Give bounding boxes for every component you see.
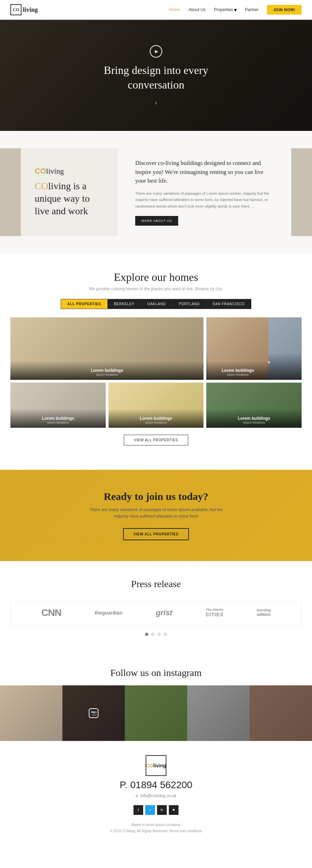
nav-about[interactable]: About Us xyxy=(189,7,206,12)
press-logo-grist: grist xyxy=(156,608,172,617)
footer-copyright: © 2019 COliving. All Rights Reserved. xyxy=(110,829,168,833)
footer-phone: P. 01894 562200 xyxy=(10,779,302,791)
instagram-section: Follow us on instagram 📷 xyxy=(0,653,312,741)
footer-terms[interactable]: Terms and conditions xyxy=(169,829,202,833)
property-card-5[interactable]: Lorem buildings Ipsum locations xyxy=(109,383,204,428)
explore-subtitle: We provide coliving homes in the places … xyxy=(10,286,302,291)
footer-logo-box: COliving xyxy=(146,755,166,776)
instagram-heading: Follow us on instagram xyxy=(0,667,312,678)
filter-portland[interactable]: PORTLAND xyxy=(172,299,206,309)
cta-description: There are many variations of passages of… xyxy=(83,507,229,520)
about-left-panel: COliving COliving is a unique way to liv… xyxy=(21,148,118,236)
property-card-3[interactable]: Lorem buildings Ipsum locations xyxy=(207,317,268,380)
properties-row-2: Lorem buildings Ipsum locations Lorem bu… xyxy=(10,383,302,428)
facebook-icon[interactable]: f xyxy=(133,805,143,815)
press-logo-cnn: CNN xyxy=(41,607,61,618)
instagram-icon: 📷 xyxy=(89,708,98,718)
press-logo-atlantic: The Atlantic CITIES xyxy=(206,608,223,618)
about-co-logo: COliving xyxy=(35,167,104,176)
logo[interactable]: CO living xyxy=(10,4,38,15)
cta-view-all-button[interactable]: VIEW ALL PROPERTIES xyxy=(123,528,189,540)
property-location-6: Ipsum locations xyxy=(210,421,297,424)
property-overlay-6: Lorem buildings Ipsum locations xyxy=(206,409,302,428)
hero-headline: Bring design into every conversation xyxy=(104,63,208,92)
other-social-icon[interactable]: ★ xyxy=(169,805,179,815)
footer-email: e. info@coliving.co.uk xyxy=(10,793,302,798)
about-heading: COliving is a unique way to live and wor… xyxy=(35,180,104,218)
logo-icon: CO xyxy=(10,4,21,15)
linkedin-icon[interactable]: in xyxy=(157,805,167,815)
property-name-6: Lorem buildings xyxy=(210,416,297,421)
dot-1[interactable] xyxy=(145,633,148,636)
property-name-3: Lorem buildings xyxy=(211,368,264,373)
explore-heading: Explore our homes xyxy=(10,271,302,284)
property-name-4: Lorem buildings xyxy=(15,416,102,421)
property-name-5: Lorem buildings xyxy=(113,416,200,421)
press-logo-guardian: theguardian xyxy=(95,610,122,616)
filter-san-francisco[interactable]: SAN FRANCISCO xyxy=(206,299,251,309)
footer-location: Based in lorem ipsum Locations xyxy=(10,822,302,828)
carousel-dots xyxy=(10,633,302,636)
chevron-down-icon: ▾ xyxy=(234,7,237,13)
view-all-wrap: VIEW ALL PROPERTIES xyxy=(10,428,302,452)
about-tagline: Discover co-living buildings designed to… xyxy=(135,159,274,185)
nav-partner[interactable]: Partner xyxy=(245,7,259,12)
property-overlay-4: Lorem buildings Ipsum locations xyxy=(10,409,106,428)
filter-all-properties[interactable]: ALL PROPERTIES xyxy=(61,299,108,309)
press-logo-morning: morning edition xyxy=(257,608,271,617)
footer-bottom: Based in lorem ipsum Locations © 2019 CO… xyxy=(10,822,302,834)
about-side-image-right xyxy=(291,148,312,236)
navbar: CO living Home About Us Properties ▾ Par… xyxy=(0,0,312,20)
social-icons: f t in ★ xyxy=(10,805,302,815)
press-section: Press release CNN theguardian grist The … xyxy=(0,561,312,653)
property-location-1: Ipsum locations xyxy=(15,373,199,376)
scroll-down-icon: ↓ xyxy=(104,99,208,106)
press-logos-container: CNN theguardian grist The Atlantic CITIE… xyxy=(10,600,302,626)
nav-properties[interactable]: Properties xyxy=(214,7,233,12)
explore-section: Explore our homes We provide coliving ho… xyxy=(0,253,312,470)
dot-2[interactable] xyxy=(151,633,155,636)
filter-oakland[interactable]: OAKLAND xyxy=(141,299,172,309)
logo-text: living xyxy=(23,6,38,14)
twitter-icon[interactable]: t xyxy=(145,805,155,815)
property-overlay-3: Lorem buildings Ipsum locations xyxy=(207,361,268,380)
nav-home[interactable]: Home xyxy=(169,7,180,12)
more-about-us-button[interactable]: MORE ABOUT US xyxy=(135,216,178,226)
about-side-image xyxy=(0,148,21,236)
filter-tabs: ALL PROPERTIES BERKELEY OAKLAND PORTLAND… xyxy=(61,299,251,309)
property-card-4[interactable]: Lorem buildings Ipsum locations xyxy=(10,383,106,428)
instagram-image-1[interactable] xyxy=(0,685,62,741)
property-location-5: Ipsum locations xyxy=(113,421,200,424)
property-card-6[interactable]: Lorem buildings Ipsum locations xyxy=(206,383,302,428)
instagram-image-2[interactable]: 📷 xyxy=(62,685,125,741)
logo-co: CO xyxy=(13,7,19,12)
join-now-button[interactable]: JOIN NOW! xyxy=(267,5,302,15)
hero-section: Bring design into every conversation ↓ xyxy=(0,20,312,131)
about-right-panel: Discover co-living buildings designed to… xyxy=(118,148,291,236)
property-location-3: Ipsum locations xyxy=(211,373,264,376)
dot-4[interactable] xyxy=(164,633,167,636)
property-overlay-5: Lorem buildings Ipsum locations xyxy=(109,409,204,428)
cta-section: Ready to join us today? There are many v… xyxy=(0,470,312,561)
instagram-grid: 📷 xyxy=(0,685,312,741)
cta-heading: Ready to join us today? xyxy=(10,491,302,502)
property-name-1: Lorem buildings xyxy=(15,368,199,373)
footer: COliving P. 01894 562200 e. info@colivin… xyxy=(0,741,312,841)
play-button[interactable] xyxy=(150,45,162,58)
press-heading: Press release xyxy=(10,578,302,590)
property-card-1[interactable]: Lorem buildings Ipsum locations xyxy=(10,317,203,380)
view-all-properties-button[interactable]: VIEW ALL PROPERTIES xyxy=(124,435,188,445)
hero-content: Bring design into every conversation ↓ xyxy=(104,45,208,105)
property-overlay-1: Lorem buildings Ipsum locations xyxy=(10,361,203,380)
filter-berkeley[interactable]: BERKELEY xyxy=(108,299,141,309)
about-section: COliving COliving is a unique way to liv… xyxy=(0,131,312,253)
nav-properties-wrap: Properties ▾ xyxy=(214,7,237,13)
nav-links: Home About Us Properties ▾ Partner JOIN … xyxy=(169,5,302,15)
dot-3[interactable] xyxy=(157,633,161,636)
instagram-image-4[interactable] xyxy=(187,685,250,741)
about-body: There are many variations of passages of… xyxy=(135,190,274,210)
instagram-image-5[interactable] xyxy=(250,685,312,741)
instagram-image-3[interactable] xyxy=(125,685,187,741)
property-location-4: Ipsum locations xyxy=(15,421,102,424)
